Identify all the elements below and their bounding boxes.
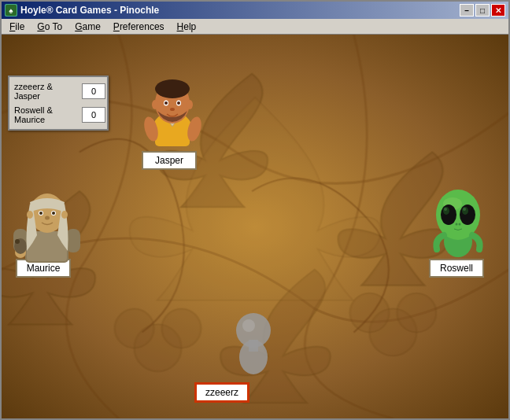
svg-point-50 — [456, 223, 458, 226]
jasper-name-box: Jasper — [142, 151, 197, 170]
game-window: ♠ Hoyle® Card Games - Pinochle – □ ✕ Fil… — [0, 0, 510, 420]
game-area: zzeeerz & Jasper Roswell & Maurice — [2, 35, 508, 418]
titlebar: ♠ Hoyle® Card Games - Pinochle – □ ✕ — [2, 2, 508, 19]
svg-point-15 — [155, 79, 190, 98]
titlebar-buttons: – □ ✕ — [460, 4, 505, 17]
team1-label: zzeeerz & Jasper — [11, 80, 82, 102]
menubar: File Go To Game Preferences Help — [2, 19, 508, 35]
svg-point-22 — [187, 100, 193, 109]
menu-goto[interactable]: Go To — [31, 20, 68, 34]
window-title: Hoyle® Card Games - Pinochle — [20, 5, 159, 16]
svg-point-51 — [459, 223, 461, 226]
svg-point-45 — [460, 204, 475, 225]
maximize-button[interactable]: □ — [475, 4, 490, 17]
jasper-avatar — [143, 78, 202, 147]
score-panel: zzeeerz & Jasper Roswell & Maurice — [8, 76, 109, 131]
svg-point-36 — [45, 216, 50, 220]
svg-point-18 — [164, 101, 168, 105]
svg-text:♠: ♠ — [9, 6, 13, 15]
svg-point-57 — [242, 319, 255, 332]
zzeeerz-name-box: zzeeerz — [194, 382, 249, 403]
svg-point-34 — [39, 212, 42, 215]
svg-point-49 — [463, 208, 466, 211]
svg-point-37 — [27, 211, 33, 219]
roswell-avatar — [431, 188, 486, 259]
svg-point-48 — [444, 208, 447, 211]
menu-game[interactable]: Game — [68, 20, 107, 34]
team1-score — [82, 83, 105, 99]
menu-preferences[interactable]: Preferences — [107, 20, 171, 34]
zzeeerz-avatar — [230, 302, 277, 377]
svg-point-30 — [15, 239, 20, 244]
menu-file[interactable]: File — [3, 20, 31, 34]
svg-point-21 — [152, 100, 158, 109]
jasper-name: Jasper — [155, 155, 183, 166]
score-row-1: zzeeerz & Jasper — [11, 80, 105, 102]
roswell-name: Roswell — [440, 263, 473, 274]
maurice-avatar — [9, 188, 84, 263]
svg-point-44 — [441, 204, 456, 225]
close-button[interactable]: ✕ — [491, 4, 505, 17]
svg-rect-27 — [66, 229, 80, 252]
svg-point-52 — [434, 248, 439, 252]
svg-point-4 — [161, 309, 201, 348]
svg-point-38 — [61, 211, 68, 219]
menu-help[interactable]: Help — [171, 20, 203, 34]
team2-score — [82, 107, 105, 123]
zzeeerz-name: zzeeerz — [205, 387, 238, 398]
svg-point-7 — [397, 293, 436, 333]
roswell-name-box: Roswell — [429, 259, 484, 278]
maurice-name: Maurice — [27, 263, 61, 274]
svg-point-35 — [52, 212, 55, 215]
minimize-button[interactable]: – — [460, 4, 474, 17]
app-icon: ♠ — [5, 4, 17, 17]
svg-point-56 — [236, 313, 271, 348]
score-row-2: Roswell & Maurice — [11, 104, 105, 126]
titlebar-left: ♠ Hoyle® Card Games - Pinochle — [5, 4, 159, 17]
svg-point-8 — [350, 293, 390, 333]
svg-point-20 — [170, 108, 175, 111]
team2-label: Roswell & Maurice — [11, 104, 82, 126]
svg-point-19 — [177, 101, 180, 105]
